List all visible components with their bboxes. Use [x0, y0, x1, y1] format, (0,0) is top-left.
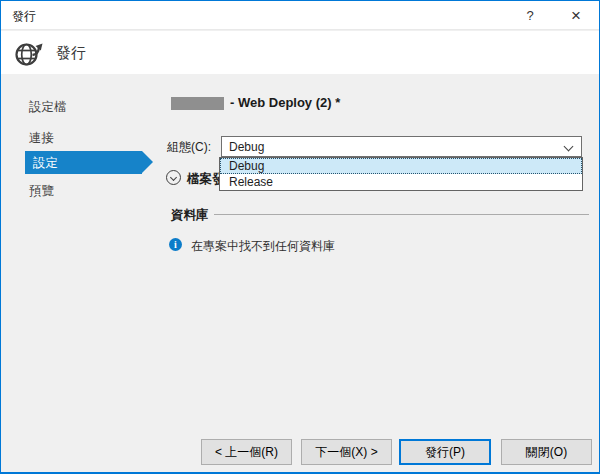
next-button[interactable]: 下一個(X) > [301, 439, 392, 465]
selected-arrow-pointer [142, 151, 153, 173]
window-title: 發行 [12, 8, 36, 25]
page-title: 發行 [56, 44, 86, 63]
help-button[interactable]: ? [513, 4, 547, 27]
configuration-selected-value: Debug [229, 140, 264, 154]
dropdown-option-debug[interactable]: Debug [220, 158, 582, 174]
configuration-label: 組態(C): [167, 139, 211, 156]
section-divider [214, 214, 589, 215]
profile-name-suffix: - Web Deploy (2) * [230, 95, 340, 110]
database-section-title: 資料庫 [171, 207, 209, 224]
previous-button[interactable]: < 上一個(R) [201, 439, 292, 465]
dialog-content: 設定檔 連接 設定 預覽 - Web Deploy (2) * 組態(C): D… [1, 74, 599, 472]
dialog-header: 發行 [1, 31, 599, 74]
sidebar-item-preview[interactable]: 預覽 [29, 183, 54, 200]
publish-dialog-window: 發行 ? × 發行 設定檔 連接 設定 預覽 - Web Deploy (2) … [0, 0, 600, 474]
chevron-down-circle-icon [166, 170, 181, 185]
window-close-button[interactable]: × [559, 4, 593, 27]
chevron-down-icon [564, 142, 574, 152]
sidebar-item-settings[interactable]: 設定 [25, 151, 142, 174]
dropdown-option-release[interactable]: Release [220, 174, 582, 190]
publish-button[interactable]: 發行(P) [399, 439, 491, 465]
title-bar: 發行 ? × [1, 1, 599, 30]
sidebar-item-connection[interactable]: 連接 [29, 130, 54, 147]
info-icon: i [169, 238, 182, 251]
sidebar-item-profile[interactable]: 設定檔 [29, 99, 67, 116]
configuration-select[interactable]: Debug [221, 136, 582, 157]
database-info-message: 在專案中找不到任何資料庫 [191, 238, 335, 255]
profile-name-redacted [171, 97, 224, 110]
configuration-dropdown-popup: Debug Release [219, 157, 583, 191]
publish-globe-icon [14, 39, 43, 68]
close-button[interactable]: 關閉(O) [501, 439, 592, 465]
sidebar-item-label: 設定 [33, 155, 58, 172]
